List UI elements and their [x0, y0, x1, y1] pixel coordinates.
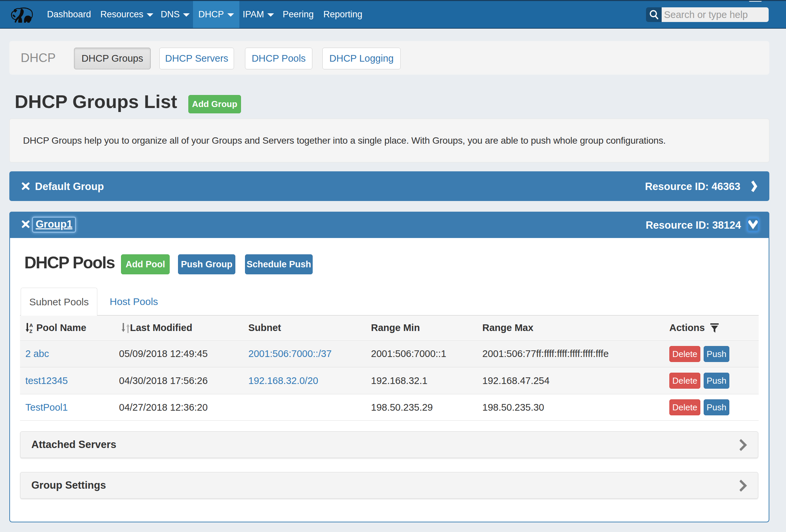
svg-text:Z: Z [29, 328, 32, 334]
svg-text:A: A [29, 322, 33, 328]
